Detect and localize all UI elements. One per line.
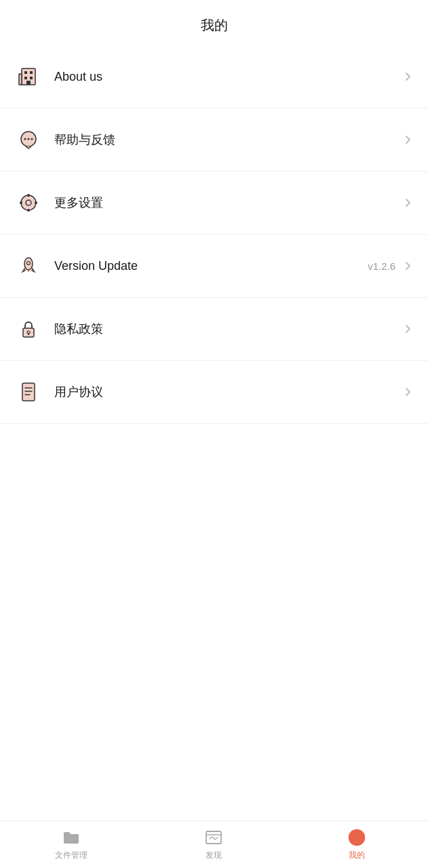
- svg-rect-2: [30, 71, 33, 74]
- menu-item-version-update[interactable]: Version Update v1.2.6: [0, 235, 428, 298]
- chat-icon: [14, 125, 43, 155]
- mine-icon: [347, 828, 366, 847]
- svg-rect-15: [20, 202, 22, 204]
- folder-icon: [62, 828, 81, 847]
- version-update-label: Version Update: [54, 259, 368, 273]
- svg-point-9: [28, 138, 30, 140]
- menu-item-help-feedback[interactable]: 帮助与反馈: [0, 108, 428, 172]
- nav-item-mine[interactable]: 我的: [286, 821, 428, 868]
- svg-rect-13: [28, 194, 30, 197]
- help-feedback-label: 帮助与反馈: [54, 132, 401, 148]
- discover-nav-label: 发现: [206, 850, 222, 861]
- svg-rect-5: [26, 81, 31, 85]
- svg-point-11: [21, 195, 36, 210]
- svg-rect-1: [24, 71, 27, 74]
- mine-nav-label: 我的: [349, 850, 365, 861]
- menu-item-about-us[interactable]: About us: [0, 45, 428, 108]
- rocket-icon: [14, 251, 43, 281]
- page-title: 我的: [0, 0, 428, 45]
- svg-rect-21: [28, 333, 29, 335]
- bottom-nav: 文件管理 发现 我的: [0, 821, 428, 868]
- more-settings-label: 更多设置: [54, 195, 401, 211]
- menu-list: About us 帮助与反馈: [0, 45, 428, 623]
- privacy-policy-label: 隐私政策: [54, 321, 401, 337]
- lock-icon: [14, 314, 43, 344]
- svg-rect-19: [23, 328, 34, 337]
- nav-item-discover[interactable]: 发现: [142, 821, 285, 868]
- svg-point-17: [24, 258, 33, 270]
- about-us-label: About us: [54, 70, 401, 84]
- document-icon: [14, 377, 43, 407]
- chevron-icon: [401, 133, 414, 146]
- svg-rect-3: [24, 77, 27, 79]
- svg-rect-16: [35, 202, 37, 204]
- menu-item-privacy-policy[interactable]: 隐私政策: [0, 298, 428, 361]
- menu-item-more-settings[interactable]: 更多设置: [0, 172, 428, 235]
- svg-rect-14: [28, 209, 30, 212]
- chevron-icon: [401, 385, 414, 399]
- chevron-icon: [401, 322, 414, 336]
- svg-rect-4: [30, 77, 33, 79]
- chevron-icon: [401, 70, 414, 83]
- menu-item-user-agreement[interactable]: 用户协议: [0, 361, 428, 424]
- chevron-icon: [401, 196, 414, 210]
- discover-icon: [204, 828, 223, 847]
- chevron-icon: [401, 259, 414, 273]
- user-agreement-label: 用户协议: [54, 384, 401, 400]
- svg-rect-6: [19, 74, 22, 85]
- file-manager-nav-label: 文件管理: [55, 850, 87, 861]
- svg-point-29: [354, 833, 359, 837]
- settings-icon: [14, 188, 43, 218]
- svg-rect-22: [22, 383, 35, 401]
- building-icon: [14, 62, 43, 92]
- nav-item-file-manager[interactable]: 文件管理: [0, 821, 142, 868]
- version-value: v1.2.6: [368, 260, 395, 272]
- svg-point-10: [31, 138, 33, 140]
- svg-point-8: [24, 138, 26, 140]
